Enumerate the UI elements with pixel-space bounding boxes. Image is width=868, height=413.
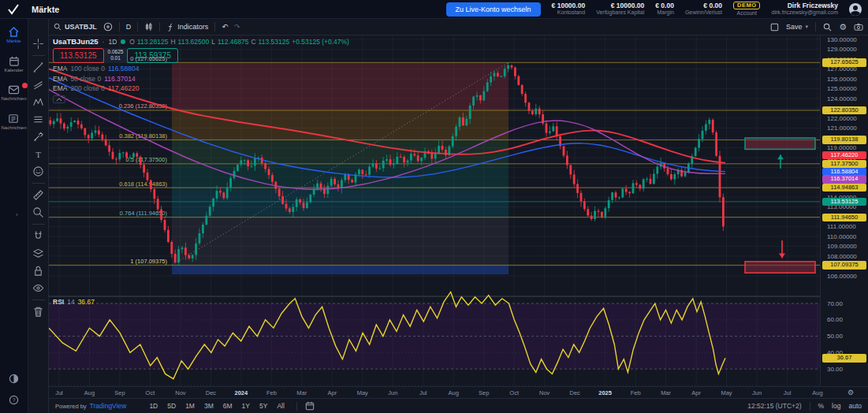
home-icon xyxy=(8,27,20,37)
settings-gear-icon[interactable]: ⚙ xyxy=(839,23,847,32)
rsi-tick-label: 30.00 xyxy=(827,366,843,373)
range-1y[interactable]: 1Y xyxy=(238,401,254,411)
eye-icon[interactable] xyxy=(32,282,45,294)
objects-icon[interactable] xyxy=(32,247,45,259)
chart-style-button[interactable] xyxy=(144,22,153,32)
brush-icon[interactable] xyxy=(32,131,45,143)
lock-icon[interactable] xyxy=(32,265,45,277)
xabcd-pattern-icon[interactable] xyxy=(32,96,45,108)
ema-100-legend[interactable]: EMA 100 close 0 116.58804 xyxy=(53,65,349,73)
symbol-search[interactable]: USATBJL xyxy=(54,23,97,31)
ema-50-legend[interactable]: EMA 50 close 0 116.37014 xyxy=(53,75,349,83)
trend-line-icon[interactable] xyxy=(32,61,45,73)
go-to-date-calendar-icon[interactable] xyxy=(305,401,315,411)
stat-value: € 10000.00 xyxy=(611,2,645,10)
broker-logo-icon xyxy=(0,4,27,15)
spread-value: 0.0625 xyxy=(108,49,124,55)
price-badge-fib: 127.65625 xyxy=(822,58,866,66)
price-badge-ema100: 116.58804 xyxy=(822,168,866,176)
quick-search-icon[interactable] xyxy=(823,23,832,32)
log-scale-toggle[interactable]: log xyxy=(832,402,840,410)
price-badge-ema50: 116.37014 xyxy=(822,175,866,183)
switch-live-account-button[interactable]: Zu Live-Konto wechseln xyxy=(446,2,541,17)
redo-button[interactable]: ↷ xyxy=(234,23,240,31)
auto-scale-toggle[interactable]: auto xyxy=(848,402,862,410)
range-all[interactable]: All xyxy=(273,401,288,411)
user-email: dirk.friczewsky@gmail.com xyxy=(771,9,838,16)
rsi-value-badge: 36.67 xyxy=(822,354,866,362)
rsi-legend[interactable]: RSI 14 36.67 xyxy=(53,298,95,306)
spread-info: 0.0625 0.01 xyxy=(104,48,128,63)
page-title: Märkte xyxy=(32,5,59,14)
indicators-button[interactable]: Indicators xyxy=(166,23,208,32)
magnifier-icon[interactable] xyxy=(32,206,45,218)
ema-200-legend[interactable]: EMA 200 close 0 117.46220 xyxy=(53,84,349,92)
rsi-value: 36.67 xyxy=(78,298,95,306)
avatar[interactable] xyxy=(849,3,862,16)
ema-value: 116.37014 xyxy=(104,75,136,83)
help-icon[interactable]: ? xyxy=(9,395,19,405)
percent-scale-toggle[interactable]: % xyxy=(818,402,825,410)
tradingview-link[interactable]: TradingView xyxy=(90,402,127,410)
clock-time[interactable]: 12:52:15 (UTC+2) xyxy=(747,402,801,410)
price-tick-label: 122.00000 xyxy=(827,115,857,122)
demo-label: Account xyxy=(737,10,757,17)
arrow-up-marker[interactable] xyxy=(777,154,784,169)
range-1m[interactable]: 1M xyxy=(181,401,199,411)
time-axis-label: Nov xyxy=(533,389,557,396)
undo-button[interactable]: ↶ xyxy=(222,23,228,31)
time-axis-label: Feb xyxy=(624,389,647,396)
crosshair-icon[interactable] xyxy=(32,38,45,50)
chart-body[interactable]: 0 (127.65625)0.236 (122.80350)0.382 (119… xyxy=(49,35,868,398)
price-tick-label: 130.00000 xyxy=(827,36,857,43)
save-button[interactable]: Save ▾ xyxy=(786,23,808,31)
multichart-layout-icon[interactable] xyxy=(770,23,779,32)
price-axis[interactable]: 106.00000107.00000108.00000109.00000110.… xyxy=(820,35,868,386)
theme-toggle-icon[interactable] xyxy=(9,374,19,384)
search-icon xyxy=(54,23,61,31)
price-badge-price: 113.53125 xyxy=(822,198,866,206)
fib-channel-icon[interactable] xyxy=(32,113,45,125)
sidebar-item-nachrichten-news[interactable]: Nachrichten xyxy=(1,113,26,130)
price-badge-fib: 111.94650 xyxy=(822,214,866,221)
price-tick-label: 106.00000 xyxy=(827,273,857,280)
sidebar-item-kalender[interactable]: Kalender xyxy=(4,56,23,73)
range-1d[interactable]: 1D xyxy=(145,401,162,411)
fib-level-label: 1 (107.09375) xyxy=(130,258,167,265)
buy-ask-button[interactable]: 113.59375 xyxy=(127,48,178,63)
ruler-icon[interactable] xyxy=(32,189,45,201)
support-zone-rect[interactable] xyxy=(745,262,815,273)
stat-kontostand: € 10000.00 Kontostand xyxy=(552,2,586,17)
interval-button[interactable]: D xyxy=(126,23,132,31)
time-axis[interactable]: ⚙ JulAugSepOctNovDec2024FebMarAprMayJunJ… xyxy=(49,386,868,398)
compare-add-button[interactable] xyxy=(103,22,113,32)
symbol-title[interactable]: UsaTBJun25 xyxy=(53,37,99,46)
range-5y[interactable]: 5Y xyxy=(255,401,271,411)
range-6m[interactable]: 6M xyxy=(219,401,237,411)
sidebar-item-maerkte[interactable]: Märkte xyxy=(6,27,20,43)
trash-icon[interactable] xyxy=(32,306,45,318)
chart-footer: Powered by TradingView 1D 5D 1M 3M 6M 1Y… xyxy=(49,398,868,413)
sidebar-item-nachrichten-mail[interactable]: Nachrichten xyxy=(1,85,26,101)
parallel-channel-icon[interactable] xyxy=(32,79,45,91)
text-icon[interactable]: T xyxy=(32,148,45,160)
ohlc-h-label: H xyxy=(170,38,175,46)
trading-app: Märkte Zu Live-Konto wechseln € 10000.00… xyxy=(0,0,868,413)
arrow-down-marker[interactable] xyxy=(779,240,785,259)
axis-settings-gear-icon[interactable]: ⚙ xyxy=(848,389,854,396)
time-axis-label: Nov xyxy=(169,389,192,396)
toolbar-collapse-handle[interactable]: › xyxy=(16,211,18,218)
range-3m[interactable]: 3M xyxy=(200,401,218,411)
emoji-icon[interactable] xyxy=(32,166,45,177)
time-axis-label: Jul xyxy=(412,389,435,396)
market-open-dot-icon xyxy=(121,39,125,44)
sell-bid-button[interactable]: 113.53125 xyxy=(53,48,104,63)
legend-collapse-button[interactable] xyxy=(53,95,65,103)
magnet-icon[interactable] xyxy=(32,230,45,242)
camera-snapshot-icon[interactable] xyxy=(854,23,863,31)
stat-gewinn-verlust: € 0.00 Gewinn/Verlust xyxy=(685,2,722,17)
price-badge-fib: 114.94863 xyxy=(822,184,866,192)
range-5d[interactable]: 5D xyxy=(163,401,180,411)
time-axis-label: Dec xyxy=(563,389,587,396)
resistance-zone-rect[interactable] xyxy=(745,138,815,149)
